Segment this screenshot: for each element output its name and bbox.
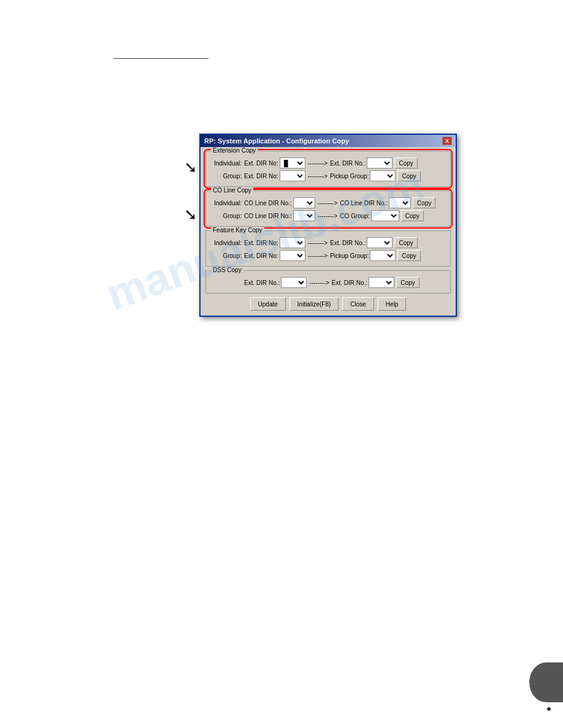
ext-individual-arrow: --------> [308,160,327,167]
section-feature-key-title: Feature Key Copy [211,227,264,233]
ext-group-dst-label: Pickup Group: [330,173,369,180]
fk-individual-dst-label: Ext. DIR No.: [330,240,366,246]
dss-arrow: --------> [309,279,329,286]
arrow-indicator-1: ➘ [184,158,197,177]
co-individual-src-select[interactable] [293,197,315,208]
co-group-dst-label: CO Group: [340,213,369,219]
dss-src-select[interactable] [281,277,307,288]
dss-copy-content: Ext. DIR No.: --------> Ext. DIR No.: Co… [210,277,446,288]
ext-individual-label: Individual: [210,160,244,167]
fk-group-copy-button[interactable]: Copy [397,250,420,261]
ext-group-copy-button[interactable]: Copy [397,170,420,181]
fk-group-dst-label: Pickup Group: [330,252,369,259]
help-button[interactable]: Help [378,297,407,311]
extension-copy-content: Individual: Ext. DIR No: █ --------> Ext… [210,157,446,181]
co-group-src-select[interactable] [293,210,315,221]
co-individual-row: Individual: CO Line DIR No.: --------> C… [210,197,446,208]
update-button[interactable]: Update [250,297,286,311]
ext-individual-copy-button[interactable]: Copy [394,157,417,169]
fk-individual-copy-button[interactable]: Copy [394,237,417,248]
fk-individual-dst-select[interactable] [367,237,393,248]
corner-dot [547,707,551,711]
co-line-copy-content: Individual: CO Line DIR No.: --------> C… [210,197,446,221]
fk-group-src-select[interactable] [280,250,305,261]
close-icon[interactable]: X [442,137,452,145]
co-individual-arrow: --------> [318,200,337,207]
section-feature-key-copy: Feature Key Copy Individual: Ext. DIR No… [205,230,451,267]
dialog-title: RP: System Application - Configuration C… [204,137,349,145]
dialog-titlebar: RP: System Application - Configuration C… [201,135,456,147]
dialog-configuration-copy: RP: System Application - Configuration C… [199,134,457,317]
co-group-dst-select[interactable] [371,210,399,221]
ext-individual-row: Individual: Ext. DIR No: █ --------> Ext… [210,157,446,169]
ext-individual-dst-select[interactable] [367,157,393,169]
ext-individual-src-select[interactable]: █ [280,157,305,169]
dss-copy-button[interactable]: Copy [396,277,419,288]
section-extension-copy: Extension Copy Individual: Ext. DIR No: … [205,151,451,187]
ext-individual-src-label: Ext. DIR No: [244,160,278,167]
close-button[interactable]: Close [342,297,374,311]
initialize-button[interactable]: Initialize(F8) [289,297,339,311]
section-co-line-copy: CO Line Copy Individual: CO Line DIR No.… [205,191,451,227]
fk-individual-label: Individual: [210,240,244,246]
bottom-buttons: Update Initialize(F8) Close Help [205,297,451,311]
dss-dst-label: Ext. DIR No.: [332,279,367,286]
co-individual-copy-button[interactable]: Copy [413,197,435,208]
fk-individual-src-label: Ext. DIR No: [244,240,278,246]
ext-group-src-label: Ext. DIR No: [244,173,278,180]
fk-group-label: Group: [210,252,244,259]
co-individual-label: Individual: [210,200,244,207]
fk-individual-src-select[interactable] [280,237,305,248]
ext-group-src-select[interactable] [280,170,305,181]
section-dss-title: DSS Copy [211,267,243,273]
ext-group-row: Group: Ext. DIR No: --------> Pickup Gro… [210,170,446,181]
ext-individual-dst-label: Ext. DIR No.: [330,160,366,167]
section-dss-copy: DSS Copy Ext. DIR No.: --------> Ext. DI… [205,270,451,294]
section-extension-copy-title: Extension Copy [211,147,258,154]
dss-dst-select[interactable] [369,277,394,288]
corner-decoration [529,662,563,702]
co-individual-dst-label: CO Line DIR No.: [340,200,388,207]
co-group-copy-button[interactable]: Copy [401,210,424,221]
fk-group-row: Group: Ext. DIR No: --------> Pickup Gro… [210,250,446,261]
arrow-indicator-2: ➘ [184,205,197,224]
fk-group-dst-select[interactable] [370,250,396,261]
co-individual-src-label: CO Line DIR No.: [244,200,292,207]
fk-group-src-label: Ext. DIR No: [244,252,278,259]
co-group-row: Group: CO Line DIR No.: --------> CO Gro… [210,210,446,221]
section-co-line-title: CO Line Copy [211,187,253,194]
dss-row: Ext. DIR No.: --------> Ext. DIR No.: Co… [210,277,446,288]
co-group-arrow: --------> [318,213,337,219]
co-individual-dst-select[interactable] [389,197,411,208]
fk-individual-arrow: --------> [308,240,327,246]
co-group-src-label: CO Line DIR No.: [244,213,292,219]
dss-src-label: Ext. DIR No.: [244,279,280,286]
fk-individual-row: Individual: Ext. DIR No: --------> Ext. … [210,237,446,248]
ext-group-label: Group: [210,173,244,180]
ext-group-dst-select[interactable] [370,170,396,181]
fk-group-arrow: --------> [308,252,327,259]
co-group-label: Group: [210,213,244,219]
top-line [113,58,209,59]
feature-key-copy-content: Individual: Ext. DIR No: --------> Ext. … [210,237,446,261]
ext-group-arrow: --------> [308,173,327,180]
dialog-body: Extension Copy Individual: Ext. DIR No: … [201,147,456,316]
